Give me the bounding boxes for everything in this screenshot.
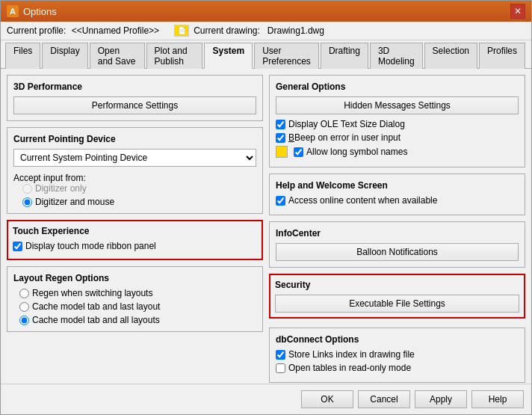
regen-switching-item: Regen when switching layouts <box>19 288 256 298</box>
touch-mode-label: Display touch mode ribbon panel <box>25 241 156 251</box>
3d-performance-section: 3D Performance Performance Settings <box>7 75 263 121</box>
tab-user-preferences[interactable]: User Preferences <box>254 43 319 69</box>
regen-switching-radio[interactable] <box>19 289 29 298</box>
cancel-button[interactable]: Cancel <box>358 390 410 408</box>
general-options-section: General Options Hidden Messages Settings… <box>269 75 525 167</box>
cache-last-radio[interactable] <box>19 302 29 312</box>
touch-mode-checkbox-item: Display touch mode ribbon panel <box>13 241 257 251</box>
dbconnect-section: dbConnect Options Store Links index in d… <box>269 328 525 383</box>
open-tables-item: Open tables in read-only mode <box>276 363 519 373</box>
touch-experience-section: Touch Experience Display touch mode ribb… <box>7 220 263 260</box>
tabs-bar: Files Display Open and Save Plot and Pub… <box>1 40 531 69</box>
touch-experience-title: Touch Experience <box>13 226 257 236</box>
cache-all-radio[interactable] <box>19 316 29 325</box>
general-options-title: General Options <box>276 82 519 92</box>
radio-digitizer-only[interactable] <box>22 184 32 194</box>
performance-settings-button[interactable]: Performance Settings <box>13 96 256 114</box>
radio-digitizer-mouse-item: Digitizer and mouse <box>22 197 256 207</box>
tab-drafting[interactable]: Drafting <box>321 43 368 69</box>
layout-regen-title: Layout Regen Options <box>13 273 256 283</box>
display-ole-item: Display OLE Text Size Dialog <box>276 119 519 129</box>
allow-long-symbol-label: Allow long symbol names <box>306 147 407 157</box>
store-links-item: Store Links index in drawing file <box>276 349 519 360</box>
profile-bar: Current profile: <<Unnamed Profile>> 📄 C… <box>1 22 531 40</box>
help-button[interactable]: Help <box>471 390 524 408</box>
current-profile-value: <<Unnamed Profile>> <box>72 25 159 36</box>
allow-long-symbol-item: Allow long symbol names <box>276 146 519 158</box>
current-drawing-label: Current drawing: <box>194 25 260 36</box>
right-panel: General Options Hidden Messages Settings… <box>269 75 525 378</box>
dialog-title: Options <box>23 6 57 17</box>
help-welcome-title: Help and Welcome Screen <box>276 180 519 191</box>
app-icon: A <box>7 5 19 17</box>
tab-plot-and-publish[interactable]: Plot and Publish <box>146 43 203 69</box>
executable-file-settings-button[interactable]: Executable File Settings <box>275 295 519 313</box>
regen-switching-label: Regen when switching layouts <box>32 288 152 298</box>
dbconnect-title: dbConnect Options <box>276 334 519 345</box>
display-ole-label: Display OLE Text Size Dialog <box>288 119 405 129</box>
open-tables-checkbox[interactable] <box>276 363 285 373</box>
layout-regen-section: Layout Regen Options Regen when switchin… <box>7 266 263 332</box>
ok-button[interactable]: OK <box>301 390 353 408</box>
radio-digitizer-only-item: Digitizer only <box>22 183 256 194</box>
open-tables-label: Open tables in read-only mode <box>288 363 411 373</box>
radio-digitizer-mouse-label: Digitizer and mouse <box>35 197 114 207</box>
general-checkboxes: Display OLE Text Size Dialog BBeep on er… <box>276 119 519 158</box>
bottom-bar: OK Cancel Apply Help <box>1 384 531 414</box>
tab-files[interactable]: Files <box>5 43 40 69</box>
tab-selection[interactable]: Selection <box>424 43 477 69</box>
tab-profiles[interactable]: Profiles <box>479 43 525 69</box>
options-dialog: A Options ✕ Current profile: <<Unnamed P… <box>0 0 532 415</box>
tab-3d-modeling[interactable]: 3D Modeling <box>370 43 423 69</box>
radio-digitizer-mouse[interactable] <box>22 197 32 207</box>
infocenter-title: InfoCenter <box>276 228 519 239</box>
security-section: Security Executable File Settings <box>269 274 525 319</box>
title-bar-left: A Options <box>7 5 57 17</box>
balloon-notifications-button[interactable]: Balloon Notifications <box>276 243 519 261</box>
apply-button[interactable]: Apply <box>415 390 467 408</box>
title-bar: A Options ✕ <box>1 1 531 22</box>
3d-performance-title: 3D Performance <box>13 82 256 92</box>
cache-last-item: Cache model tab and last layout <box>19 301 256 312</box>
allow-long-symbol-checkbox[interactable] <box>294 147 303 157</box>
pointing-device-dropdown[interactable]: Current System Pointing Device <box>13 149 256 167</box>
cache-last-label: Cache model tab and last layout <box>32 301 160 312</box>
drawing-icon: 📄 <box>174 25 189 37</box>
content-area: 3D Performance Performance Settings Curr… <box>1 69 531 384</box>
hidden-messages-button[interactable]: Hidden Messages Settings <box>276 96 519 114</box>
infocenter-section: InfoCenter Balloon Notifications <box>269 221 525 268</box>
tab-display[interactable]: Display <box>42 43 87 69</box>
help-welcome-section: Help and Welcome Screen Access online co… <box>269 173 525 215</box>
radio-digitizer-only-label: Digitizer only <box>35 183 87 194</box>
current-drawing-value: Drawing1.dwg <box>267 25 324 36</box>
beep-error-label: BBeep on error in user input <box>288 132 400 143</box>
layout-options-group: Regen when switching layouts Cache model… <box>13 288 256 325</box>
tab-open-and-save[interactable]: Open and Save <box>90 43 145 69</box>
security-title: Security <box>275 280 519 290</box>
access-online-item: Access online content when available <box>276 195 519 206</box>
display-ole-checkbox[interactable] <box>276 120 285 129</box>
accept-input-group: Digitizer only Digitizer and mouse <box>13 183 256 207</box>
pointing-device-section: Current Pointing Device Current System P… <box>7 127 263 214</box>
tab-system[interactable]: System <box>204 43 253 69</box>
store-links-label: Store Links index in drawing file <box>288 349 415 360</box>
drawing-section: 📄 Current drawing: Drawing1.dwg <box>174 25 324 37</box>
beep-error-checkbox[interactable] <box>276 133 285 143</box>
pointing-device-title: Current Pointing Device <box>13 134 256 144</box>
touch-mode-checkbox[interactable] <box>13 242 22 251</box>
store-links-checkbox[interactable] <box>276 350 285 360</box>
access-online-checkbox[interactable] <box>276 196 285 206</box>
cache-all-label: Cache model tab and all layouts <box>32 315 160 325</box>
accept-input-label: Accept input from: <box>13 173 256 183</box>
allow-long-symbol-icon <box>276 146 288 158</box>
current-profile-label: Current profile: <box>7 25 66 36</box>
beep-error-item: BBeep on error in user input <box>276 132 519 143</box>
profile-label-group: Current profile: <<Unnamed Profile>> <box>7 25 159 36</box>
close-button[interactable]: ✕ <box>510 4 525 19</box>
cache-all-item: Cache model tab and all layouts <box>19 315 256 325</box>
access-online-label: Access online content when available <box>288 195 437 206</box>
left-panel: 3D Performance Performance Settings Curr… <box>7 75 263 378</box>
